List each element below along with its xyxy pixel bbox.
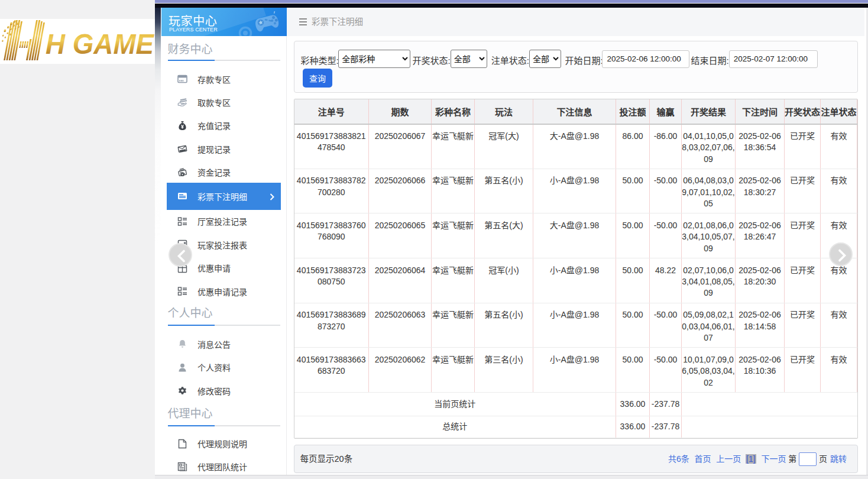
svg-text:H GAME: H GAME	[46, 28, 155, 60]
